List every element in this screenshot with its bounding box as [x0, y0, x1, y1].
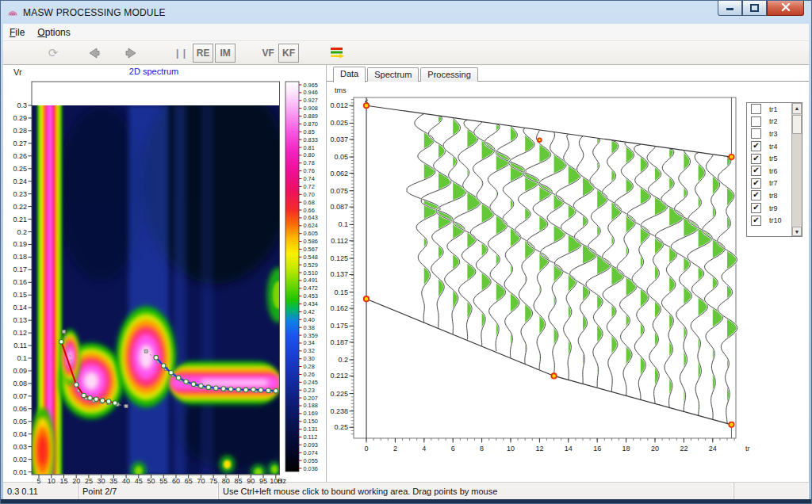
trace-checkbox[interactable]: ✔ — [751, 166, 761, 176]
control-point[interactable] — [729, 422, 733, 427]
svg-text:0.908: 0.908 — [304, 105, 318, 112]
svg-text:8: 8 — [480, 445, 484, 452]
svg-text:4: 4 — [422, 445, 426, 452]
svg-text:0.062: 0.062 — [330, 170, 348, 178]
svg-text:0.567: 0.567 — [304, 246, 318, 253]
tab-data[interactable]: Data — [333, 67, 366, 82]
control-point[interactable] — [538, 138, 542, 142]
svg-text:0.23: 0.23 — [13, 190, 27, 198]
svg-text:0.23: 0.23 — [304, 387, 315, 394]
svg-text:14: 14 — [565, 445, 573, 452]
control-point[interactable] — [551, 373, 556, 378]
svg-text:0.05: 0.05 — [13, 418, 27, 426]
svg-text:0.34: 0.34 — [304, 339, 315, 346]
control-point[interactable] — [729, 155, 733, 159]
re-button[interactable]: RE — [193, 44, 213, 63]
svg-text:0.162: 0.162 — [330, 304, 348, 312]
svg-text:30: 30 — [98, 477, 105, 485]
svg-text:0.074: 0.074 — [304, 449, 318, 456]
scroll-thumb[interactable] — [792, 115, 802, 134]
svg-text:0.889: 0.889 — [304, 113, 318, 120]
svg-text:0.1: 0.1 — [17, 354, 27, 362]
svg-text:0.125: 0.125 — [330, 254, 348, 262]
svg-text:0.13: 0.13 — [13, 316, 27, 324]
svg-text:0.131: 0.131 — [304, 426, 318, 433]
trace-checkbox[interactable] — [751, 116, 761, 127]
trace-checkbox[interactable]: ✔ — [751, 154, 761, 164]
spectrum-panel: Vr 2D spectrum 0.30.290.280.270.260.250.… — [3, 65, 327, 482]
minimize-button[interactable] — [718, 0, 742, 16]
trace-checkbox[interactable] — [751, 128, 761, 139]
tab-bar: Data Spectrum Processing — [327, 65, 809, 82]
svg-text:65: 65 — [185, 477, 193, 485]
svg-text:0.26: 0.26 — [13, 152, 27, 160]
im-button[interactable]: IM — [215, 44, 236, 63]
svg-text:22: 22 — [680, 445, 688, 452]
back-icon[interactable] — [82, 44, 103, 63]
control-point[interactable] — [364, 296, 369, 301]
refresh-icon[interactable]: ⟳ — [43, 44, 63, 63]
svg-text:0.12: 0.12 — [13, 329, 27, 337]
svg-text:0.70: 0.70 — [304, 191, 315, 198]
svg-text:0.137: 0.137 — [330, 270, 348, 278]
svg-text:0.08: 0.08 — [13, 380, 27, 388]
trace-checkbox[interactable]: ✔ — [751, 216, 761, 226]
svg-text:0.112: 0.112 — [304, 433, 318, 441]
svg-text:0.491: 0.491 — [304, 277, 318, 284]
trace-list-scrollbar[interactable]: ▲▼ — [791, 103, 802, 236]
vf-button[interactable]: VF — [259, 44, 278, 62]
minimize-icon — [726, 4, 734, 11]
svg-text:0.359: 0.359 — [304, 332, 318, 339]
svg-text:0.14: 0.14 — [13, 304, 27, 311]
svg-text:18: 18 — [622, 445, 630, 452]
control-point[interactable] — [364, 103, 369, 108]
trace-checkbox[interactable]: ✔ — [751, 190, 761, 200]
svg-text:12: 12 — [535, 445, 543, 452]
svg-text:40: 40 — [122, 477, 130, 485]
kf-button[interactable]: KF — [278, 44, 299, 63]
scroll-up-button[interactable]: ▲ — [792, 103, 802, 114]
trace-checkbox[interactable] — [751, 104, 761, 114]
data-tab-page: tmstr0.0120.0250.0370.050.0620.0750.0870… — [327, 82, 809, 484]
gather-plot[interactable]: tmstr0.0120.0250.0370.050.0620.0750.0870… — [330, 83, 758, 460]
pause-button[interactable]: | | — [176, 48, 186, 59]
velocity-filter-icon[interactable] — [327, 44, 347, 63]
svg-text:70: 70 — [197, 477, 205, 485]
svg-text:0.40: 0.40 — [304, 316, 315, 323]
scroll-down-button[interactable]: ▼ — [792, 227, 802, 236]
tab-processing[interactable]: Processing — [420, 67, 477, 82]
trace-label: tr5 — [769, 155, 778, 162]
svg-text:0.38: 0.38 — [304, 324, 315, 331]
svg-text:0.3: 0.3 — [17, 101, 27, 109]
svg-text:10: 10 — [48, 477, 56, 485]
trace-checkbox[interactable]: ✔ — [751, 141, 761, 151]
maximize-button[interactable] — [742, 0, 767, 16]
svg-text:0.548: 0.548 — [304, 254, 318, 261]
toolbar: ⟳ | | RE IM VF KF — [3, 41, 809, 65]
forward-icon[interactable] — [122, 44, 143, 63]
svg-text:0.188: 0.188 — [304, 402, 318, 409]
svg-text:0.02: 0.02 — [13, 456, 27, 464]
svg-text:0.66: 0.66 — [304, 207, 315, 214]
trace-checkbox[interactable]: ✔ — [751, 203, 761, 213]
close-button[interactable] — [767, 0, 804, 16]
svg-text:0.112: 0.112 — [331, 237, 348, 245]
svg-text:10: 10 — [507, 445, 515, 452]
svg-text:0.434: 0.434 — [304, 300, 318, 307]
svg-text:0.28: 0.28 — [304, 363, 315, 370]
svg-text:0.26: 0.26 — [304, 371, 315, 378]
menu-options[interactable]: Options — [31, 25, 76, 40]
svg-text:0.833: 0.833 — [304, 136, 318, 143]
svg-text:0.012: 0.012 — [330, 101, 348, 109]
menu-file[interactable]: File — [3, 25, 31, 40]
spectrum-plot[interactable]: 0.30.290.280.270.260.250.240.230.220.210… — [4, 78, 325, 487]
svg-text:0.09: 0.09 — [13, 367, 27, 375]
tab-spectrum[interactable]: Spectrum — [367, 67, 419, 82]
svg-text:0.27: 0.27 — [13, 139, 27, 147]
main-content: Vr 2D spectrum 0.30.290.280.270.260.250.… — [3, 65, 809, 482]
trace-checkbox[interactable]: ✔ — [751, 178, 761, 189]
svg-text:0.169: 0.169 — [304, 410, 318, 417]
svg-text:50: 50 — [147, 477, 155, 485]
svg-text:0.150: 0.150 — [304, 418, 318, 425]
svg-text:0.03: 0.03 — [13, 443, 27, 451]
